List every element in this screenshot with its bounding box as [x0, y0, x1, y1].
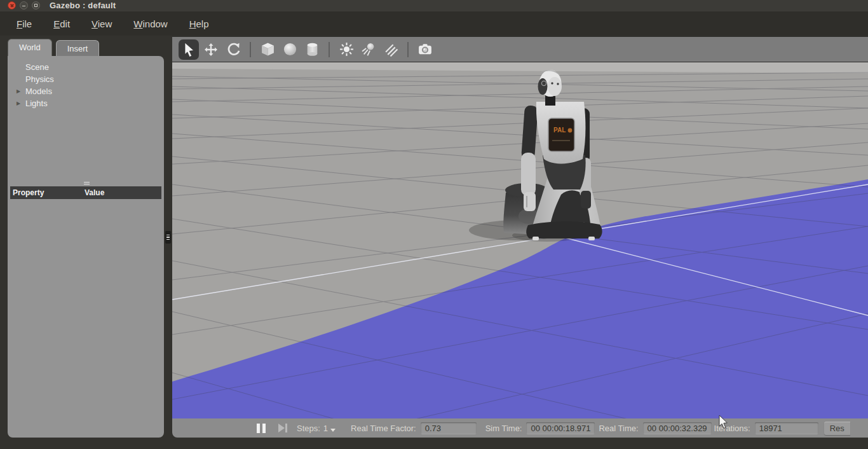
column-resize-grip[interactable]	[84, 182, 90, 186]
tree-item-label: Models	[25, 86, 52, 96]
steps-label: Steps:	[297, 424, 320, 433]
tree-item-label: Lights	[25, 99, 48, 108]
tree-item-physics[interactable]: Physics	[8, 73, 163, 85]
tree-item-lights[interactable]: ▶ Lights	[8, 97, 163, 109]
real-time-factor-label: Real Time Factor:	[351, 424, 416, 433]
real-time-value: 00 00:00:32.329	[643, 422, 712, 434]
pause-button[interactable]	[254, 421, 269, 435]
translate-tool-button[interactable]	[201, 39, 221, 60]
menu-bar: File Edit View Window Help	[0, 11, 868, 36]
world-tree: Scene Physics ▶ Models ▶ Lights	[8, 57, 163, 109]
sim-time-label: Sim Time:	[485, 424, 522, 433]
robot-base-bumper	[526, 221, 602, 240]
robot-left-forearm	[521, 153, 536, 196]
point-light-button[interactable]	[336, 39, 356, 60]
real-time-label: Real Time:	[599, 424, 638, 433]
directional-light-button[interactable]	[381, 39, 401, 60]
tab-world[interactable]: World	[8, 39, 52, 56]
sphere-icon	[283, 42, 297, 57]
splitter-handle-icon[interactable]	[165, 231, 171, 244]
world-panel: Scene Physics ▶ Models ▶ Lights Property…	[8, 56, 164, 438]
viewport-toolbar	[172, 36, 868, 62]
title-bar: Gazebo : default	[0, 0, 868, 11]
maximize-window-icon[interactable]	[32, 1, 40, 10]
scene-canvas: PAL	[172, 62, 868, 418]
simulation-status-bar: Steps: 1 Real Time Factor: 0.73 Sim Time…	[172, 418, 868, 438]
menu-view[interactable]: View	[85, 15, 119, 33]
translate-icon	[204, 43, 218, 57]
reset-button[interactable]: Res	[824, 422, 850, 435]
point-light-icon	[339, 42, 354, 57]
insert-sphere-button[interactable]	[280, 39, 300, 60]
rotate-tool-button[interactable]	[223, 39, 243, 60]
minimize-window-icon[interactable]	[20, 1, 28, 10]
spot-light-button[interactable]	[358, 39, 379, 60]
mouse-cursor	[719, 415, 729, 432]
expand-arrow-icon[interactable]: ▶	[17, 97, 20, 109]
toolbar-separator	[407, 42, 409, 57]
step-icon	[278, 423, 288, 433]
sim-time-value: 00 00:00:18.971	[526, 422, 595, 434]
insert-cylinder-button[interactable]	[302, 39, 322, 60]
spot-light-icon	[362, 42, 376, 57]
insert-box-button[interactable]	[257, 39, 278, 60]
iterations-value: 18971	[755, 422, 818, 434]
tree-item-label: Physics	[25, 74, 54, 84]
directional-light-icon	[384, 42, 398, 57]
step-button[interactable]	[275, 421, 290, 435]
rotate-icon	[226, 42, 241, 57]
screenshot-button[interactable]	[415, 39, 435, 60]
menu-help[interactable]: Help	[182, 15, 216, 33]
steps-spinner-icon[interactable]	[330, 429, 336, 432]
window-controls	[8, 1, 40, 10]
expand-arrow-icon[interactable]: ▶	[17, 85, 20, 97]
robot-right-hand	[581, 191, 591, 209]
panel-splitter[interactable]	[164, 39, 172, 438]
tree-item-label: Scene	[25, 62, 49, 72]
tab-insert[interactable]: Insert	[56, 40, 100, 56]
robot-left-hand	[524, 192, 536, 211]
menu-edit[interactable]: Edit	[46, 15, 77, 33]
tree-item-scene[interactable]: Scene	[8, 61, 163, 73]
toolbar-separator	[329, 42, 330, 57]
steps-value: 1	[323, 424, 328, 433]
menu-file[interactable]: File	[10, 15, 39, 33]
property-table-header: Property Value	[10, 186, 161, 199]
close-window-icon[interactable]	[8, 1, 16, 10]
camera-icon	[417, 42, 433, 57]
robot-chest-logo: PAL	[553, 127, 566, 134]
cylinder-icon	[305, 42, 320, 57]
tree-item-models[interactable]: ▶ Models	[8, 85, 163, 97]
gazebo-window: { "window": { "title": "Gazebo : default…	[0, 0, 868, 449]
box-icon	[261, 42, 275, 57]
robot-chest-tablet: PAL	[548, 118, 574, 151]
select-arrow-icon	[182, 42, 196, 57]
select-tool-button[interactable]	[179, 39, 199, 60]
render-viewport[interactable]: PAL	[172, 62, 868, 418]
value-column-header: Value	[83, 188, 104, 197]
pause-icon	[257, 424, 260, 433]
property-column-header: Property	[10, 188, 83, 197]
panel-tabs: World Insert	[8, 39, 99, 56]
menu-window[interactable]: Window	[126, 15, 174, 33]
real-time-factor-value: 0.73	[421, 422, 477, 434]
toolbar-separator	[250, 42, 251, 57]
window-title: Gazebo : default	[50, 1, 116, 10]
